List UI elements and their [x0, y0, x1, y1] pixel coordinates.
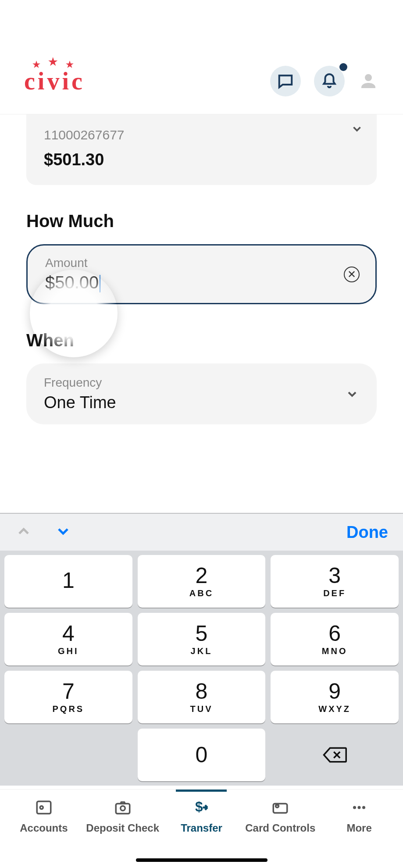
key-1[interactable]: 1: [4, 555, 132, 608]
brand-text: civic: [24, 68, 85, 95]
key-4[interactable]: 4GHI: [4, 613, 132, 665]
transfer-form: 11000267677 $501.30 How Much Amount $50.…: [0, 114, 403, 424]
bell-icon: [321, 73, 338, 89]
home-indicator[interactable]: [136, 858, 267, 862]
keyboard-done-button[interactable]: Done: [346, 523, 388, 542]
svg-point-7: [353, 806, 356, 809]
chevron-down-icon: [345, 387, 359, 401]
transfer-icon: $: [192, 798, 210, 817]
brand-logo: ★★★ civic: [24, 67, 85, 95]
key-2[interactable]: 2ABC: [138, 555, 266, 608]
key-0[interactable]: 0: [138, 729, 266, 781]
key-7[interactable]: 7PQRS: [4, 671, 132, 723]
svg-point-1: [40, 806, 43, 809]
numeric-keyboard: Done 1 2ABC 3DEF 4GHI 5JKL 6MNO 7PQRS 8T…: [0, 513, 403, 786]
when-title: When: [26, 331, 377, 350]
key-blank: [4, 729, 132, 781]
tab-card-controls[interactable]: Card Controls: [241, 798, 320, 868]
backspace-icon: [322, 745, 347, 765]
frequency-value: One Time: [44, 393, 359, 412]
chevron-down-icon: [350, 122, 364, 135]
next-field-button[interactable]: [54, 523, 72, 542]
profile-button[interactable]: [358, 71, 379, 92]
tab-deposit[interactable]: Deposit Check: [83, 798, 162, 868]
keyboard-toolbar: Done: [0, 513, 403, 551]
prev-field-button[interactable]: [15, 523, 32, 542]
account-balance: $501.30: [44, 150, 359, 169]
notifications-button[interactable]: [314, 66, 345, 96]
more-icon: [350, 798, 368, 817]
svg-point-8: [358, 806, 361, 809]
frequency-select[interactable]: Frequency One Time: [26, 363, 377, 424]
amount-input[interactable]: Amount $50.00 ✕: [26, 244, 377, 304]
chevron-up-icon: [15, 523, 32, 540]
svg-point-3: [120, 806, 125, 811]
tab-transfer[interactable]: $ Transfer: [162, 798, 241, 868]
amount-label: Amount: [45, 256, 358, 270]
key-8[interactable]: 8TUV: [138, 671, 266, 723]
card-icon: [271, 798, 289, 817]
chat-icon: [277, 73, 294, 89]
frequency-label: Frequency: [44, 376, 359, 390]
tab-accounts[interactable]: Accounts: [4, 798, 83, 868]
account-card[interactable]: 11000267677 $501.30: [26, 114, 377, 185]
messages-button[interactable]: [270, 66, 301, 96]
tab-more[interactable]: More: [320, 798, 399, 868]
text-cursor: [100, 275, 100, 292]
svg-rect-2: [116, 804, 130, 814]
key-5[interactable]: 5JKL: [138, 613, 266, 665]
close-icon: ✕: [347, 268, 356, 281]
header-actions: [270, 66, 379, 96]
account-number: 11000267677: [44, 128, 359, 142]
camera-icon: [114, 798, 132, 817]
key-3[interactable]: 3DEF: [271, 555, 399, 608]
app-header: ★★★ civic: [0, 0, 403, 114]
keypad: 1 2ABC 3DEF 4GHI 5JKL 6MNO 7PQRS 8TUV 9W…: [0, 551, 403, 786]
key-9[interactable]: 9WXYZ: [271, 671, 399, 723]
accounts-icon: [35, 798, 53, 817]
chevron-down-icon: [54, 523, 72, 540]
key-backspace[interactable]: [271, 729, 399, 781]
svg-text:$: $: [195, 799, 203, 815]
key-6[interactable]: 6MNO: [271, 613, 399, 665]
notification-dot: [339, 63, 347, 71]
clear-button[interactable]: ✕: [344, 267, 360, 282]
tab-bar: Accounts Deposit Check $ Transfer Card C…: [0, 789, 403, 868]
amount-value: $50.00: [45, 273, 100, 292]
how-much-title: How Much: [26, 211, 377, 231]
svg-point-9: [362, 806, 365, 809]
